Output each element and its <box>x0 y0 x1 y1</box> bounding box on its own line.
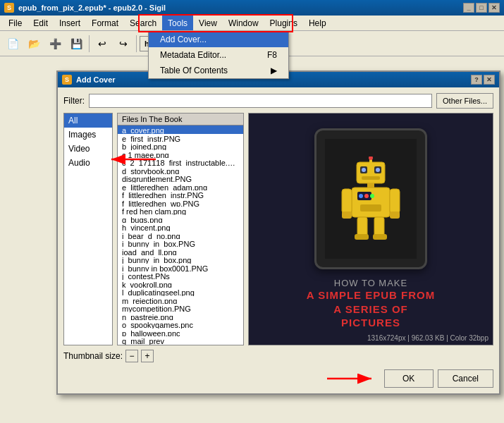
file-item[interactable]: g_bugs.png <box>118 215 243 223</box>
svg-point-4 <box>376 168 380 172</box>
dialog-body: All Images Video Audio Files In The Book… <box>63 113 493 345</box>
svg-point-12 <box>364 194 369 198</box>
table-of-contents-menu-item[interactable]: Table Of Contents ▶ <box>149 63 288 78</box>
svg-rect-5 <box>362 176 380 180</box>
file-item[interactable]: ioad_and_ll.png <box>118 247 243 256</box>
add-cover-dialog: S Add Cover ? ✕ Filter: Other Files... A… <box>56 70 500 395</box>
cancel-button[interactable]: Cancel <box>438 369 493 388</box>
file-item[interactable]: p_halloween.pnc <box>118 329 243 337</box>
undo-button[interactable]: ↩ <box>92 34 112 54</box>
file-item[interactable]: f_littleredhen_wp.PNG <box>118 199 243 207</box>
svg-rect-19 <box>357 217 367 237</box>
toolbar-separator-2 <box>136 35 137 52</box>
open-button[interactable]: 📂 <box>24 34 44 54</box>
dialog-window-controls: ? ✕ <box>471 75 495 85</box>
preview-panel: HOW TO MAKE A SIMPLE EPUB FROMA SERIES O… <box>248 113 493 345</box>
toolbar-separator-1 <box>89 35 90 52</box>
file-item[interactable]: l_duplicatingseel.png <box>118 288 243 296</box>
filter-row: Filter: Other Files... <box>63 93 493 109</box>
app-icon: S <box>4 3 14 13</box>
tablet-frame <box>314 128 427 269</box>
menu-plugins[interactable]: Plugins <box>264 16 303 30</box>
svg-rect-15 <box>342 189 352 214</box>
file-item[interactable]: f_littleredhen_instr.PNG <box>118 190 243 199</box>
cover-line1: HOW TO MAKE <box>307 278 435 288</box>
tablet-screen <box>325 139 417 259</box>
svg-rect-17 <box>342 212 352 219</box>
svg-point-13 <box>370 194 374 198</box>
menu-view[interactable]: View <box>193 16 223 30</box>
categories-panel: All Images Video Audio <box>63 113 113 345</box>
redo-button[interactable]: ↪ <box>113 34 133 54</box>
close-button[interactable]: ✕ <box>488 3 500 13</box>
file-item[interactable]: j_contest.PNs <box>118 271 243 280</box>
svg-point-3 <box>362 168 366 172</box>
add-button[interactable]: ➕ <box>45 34 65 54</box>
menu-search[interactable]: Search <box>124 16 162 30</box>
title-bar: S epub_from_pix_2.epub* - epub2.0 - Sigi… <box>0 0 504 16</box>
thumbnail-increase-button[interactable]: + <box>141 350 154 362</box>
svg-point-7 <box>369 157 373 160</box>
files-header: Files In The Book <box>118 114 243 125</box>
file-item[interactable]: disgruntlement.PNG <box>118 174 243 183</box>
file-item[interactable]: d_storybook.png <box>118 166 243 175</box>
menu-tools[interactable]: Tools <box>162 16 193 30</box>
cover-line2: A SIMPLE EPUB FROMA SERIES OFPICTURES <box>307 288 435 330</box>
dialog-close-button[interactable]: ✕ <box>484 75 495 85</box>
file-item[interactable]: m_rejection.png <box>118 296 243 305</box>
red-arrow-file <box>103 152 159 166</box>
category-all[interactable]: All <box>64 114 112 128</box>
file-item[interactable]: e_first_instr.PNG <box>118 134 243 142</box>
file-item[interactable]: i_bunny_in_box.PNG <box>118 239 243 247</box>
category-images[interactable]: Images <box>64 128 112 142</box>
app-title: epub_from_pix_2.epub* - epub2.0 - Sigil <box>18 4 463 12</box>
files-panel: Files In The Book a_cover.png e_first_in… <box>117 113 244 345</box>
menu-format[interactable]: Format <box>86 16 124 30</box>
svg-rect-18 <box>390 212 400 219</box>
file-item[interactable]: i_bear_d_no.png <box>118 231 243 240</box>
svg-rect-16 <box>390 189 400 214</box>
file-item[interactable]: e_littleredhen_adam.png <box>118 183 243 191</box>
svg-point-11 <box>359 194 363 198</box>
menu-file[interactable]: File <box>3 16 27 30</box>
menu-window[interactable]: Window <box>223 16 264 30</box>
menu-bar: File Edit Insert Format Search Tools Vie… <box>0 16 504 31</box>
file-item[interactable]: o_spookyqames.pnc <box>118 320 243 329</box>
file-item[interactable]: n_pastreje.png <box>118 312 243 321</box>
app-window: S epub_from_pix_2.epub* - epub2.0 - Sigi… <box>0 0 504 423</box>
svg-rect-8 <box>367 183 374 188</box>
svg-rect-20 <box>374 217 384 237</box>
file-item-a-cover[interactable]: a_cover.png <box>118 125 243 134</box>
thumbnail-decrease-button[interactable]: − <box>125 350 138 362</box>
file-item[interactable]: f red hen clam.png <box>118 207 243 215</box>
svg-rect-14 <box>360 204 381 212</box>
dialog-help-button[interactable]: ? <box>471 75 482 85</box>
file-item[interactable]: j_bunny_in_box.png <box>118 255 243 264</box>
metadata-editor-menu-item[interactable]: Metadata Editor... F8 <box>149 47 288 63</box>
menu-edit[interactable]: Edit <box>27 16 54 30</box>
preview-status: 1316x724px | 962.03 KB | Color 32bpp <box>367 334 488 342</box>
save-button[interactable]: 💾 <box>66 34 86 54</box>
minimize-button[interactable]: _ <box>463 3 474 13</box>
file-item[interactable]: b_joined.png <box>118 142 243 150</box>
file-item[interactable]: mycompetition.PNG <box>118 304 243 312</box>
ok-button[interactable]: OK <box>384 369 434 388</box>
maximize-button[interactable]: □ <box>476 3 487 13</box>
file-item[interactable]: q_mail_prev <box>118 336 243 345</box>
menu-insert[interactable]: Insert <box>54 16 86 30</box>
new-button[interactable]: 📄 <box>3 34 23 54</box>
file-item[interactable]: h_vincent.png <box>118 223 243 231</box>
red-arrow-ok <box>324 371 380 386</box>
cover-text: HOW TO MAKE A SIMPLE EPUB FROMA SERIES O… <box>307 278 435 330</box>
file-item[interactable]: j_bunny in box0001.PNG <box>118 264 243 272</box>
dialog-icon: S <box>62 75 72 85</box>
other-files-button[interactable]: Other Files... <box>436 93 493 109</box>
svg-rect-21 <box>355 234 369 240</box>
file-item[interactable]: k_vookroll.png <box>118 280 243 288</box>
svg-rect-22 <box>373 234 387 240</box>
menu-help[interactable]: Help <box>303 16 332 30</box>
filter-input[interactable] <box>89 94 432 108</box>
tools-dropdown: Add Cover... Metadata Editor... F8 Table… <box>148 31 289 79</box>
add-cover-menu-item[interactable]: Add Cover... <box>149 32 288 47</box>
filter-label: Filter: <box>63 96 85 106</box>
